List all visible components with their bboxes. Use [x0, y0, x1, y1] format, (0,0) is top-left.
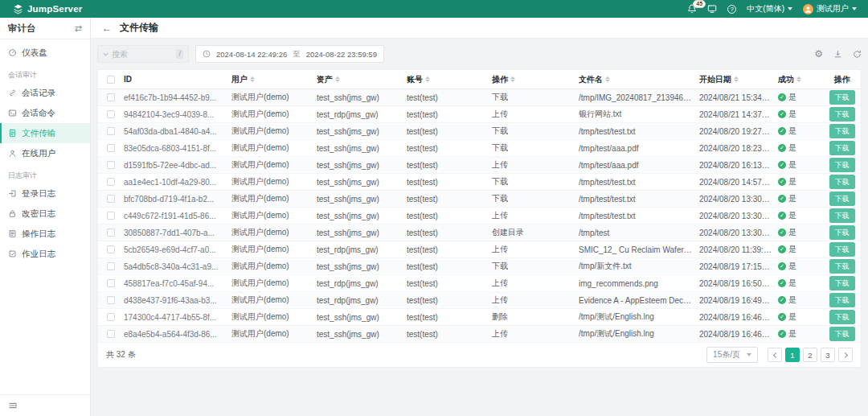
sidebar-item-dashboard[interactable]: 仪表盘	[0, 43, 90, 63]
cell-id: 83e05dca-6803-4151-8f...	[124, 144, 231, 153]
row-checkbox[interactable]	[107, 330, 115, 338]
cell-success: ✓是	[778, 92, 823, 103]
session-command-icon	[8, 109, 17, 117]
cell-user: 测试用户(demo)	[231, 159, 317, 171]
search-input[interactable]	[112, 50, 173, 59]
switch-view-icon[interactable]: ⇄	[75, 23, 82, 34]
sort-icon[interactable]	[335, 76, 340, 83]
web-terminal-icon[interactable]	[707, 4, 717, 14]
row-checkbox[interactable]	[107, 262, 115, 270]
row-checkbox[interactable]	[107, 110, 115, 118]
back-button[interactable]: ←	[102, 23, 112, 34]
row-checkbox[interactable]	[107, 229, 115, 237]
sort-icon[interactable]	[796, 76, 801, 83]
sort-icon[interactable]	[425, 76, 430, 83]
sidebar-item-online-user[interactable]: 在线用户	[0, 143, 90, 163]
download-button[interactable]: 下载	[829, 175, 855, 189]
language-selector[interactable]: 中文(简体)	[747, 3, 792, 14]
table-row: 94842104-3ec9-4039-8...测试用户(demo)test_rd…	[98, 106, 861, 123]
prev-page-button[interactable]	[768, 348, 782, 362]
download-button[interactable]: 下载	[829, 124, 855, 138]
export-download-icon[interactable]	[833, 50, 842, 59]
download-button[interactable]: 下载	[829, 242, 855, 257]
row-checkbox[interactable]	[107, 296, 115, 304]
cell-id: 5cb26549-e69d-4cf7-a0...	[124, 245, 231, 254]
sidebar-item-job-log[interactable]: 作业日志	[0, 244, 90, 264]
user-menu[interactable]: 测试用户	[803, 3, 857, 14]
collapse-sidebar-icon[interactable]	[8, 401, 18, 410]
clock-icon	[203, 50, 211, 58]
download-button[interactable]: 下载	[829, 293, 855, 307]
sidebar-item-password-log[interactable]: 改密日志	[0, 204, 90, 224]
cell-id: d438e437-91f6-43aa-b3...	[124, 296, 231, 305]
column-header[interactable]: 开始日期	[699, 74, 778, 85]
sidebar-item-login-log[interactable]: 登录日志	[0, 183, 90, 204]
notification-bell-icon[interactable]: 45	[687, 4, 697, 14]
cell-user: 测试用户(demo)	[231, 261, 317, 272]
cell-asset: test_ssh(jms_gw)	[317, 330, 407, 339]
success-label: 是	[788, 244, 796, 255]
row-checkbox[interactable]	[107, 313, 115, 321]
row-checkbox[interactable]	[107, 245, 115, 253]
select-all-checkbox[interactable]	[107, 76, 115, 84]
date-start-value[interactable]: 2024-08-14 22:49:26	[216, 50, 287, 59]
download-button[interactable]: 下载	[829, 158, 855, 172]
download-button[interactable]: 下载	[829, 310, 855, 324]
column-header[interactable]: 文件名	[579, 74, 699, 85]
sidebar-item-operation-log[interactable]: 操作日志	[0, 224, 90, 244]
column-header[interactable]: 操作	[492, 74, 579, 85]
column-header-label: 操作	[492, 74, 508, 85]
table-settings-gear-icon[interactable]: ⚙	[814, 48, 823, 60]
download-button[interactable]: 下载	[829, 192, 855, 206]
sort-icon[interactable]	[605, 76, 610, 83]
success-check-icon: ✓	[778, 245, 786, 253]
download-button[interactable]: 下载	[829, 141, 855, 155]
column-header[interactable]: 账号	[407, 74, 492, 85]
cell-filename: SMIC_12_ Cu Reclaim Wafer SMIC_1...	[579, 245, 699, 254]
help-icon[interactable]: ?	[727, 5, 736, 14]
cell-success: ✓是	[778, 244, 823, 255]
sort-icon[interactable]	[510, 76, 515, 83]
page-button[interactable]: 1	[785, 348, 800, 362]
search-box[interactable]: /	[97, 45, 189, 63]
sidebar-item-session-command[interactable]: 会话命令	[0, 103, 90, 123]
sidebar-item-session-record[interactable]: 会话记录	[0, 83, 90, 103]
sort-icon[interactable]	[734, 76, 739, 83]
row-checkbox[interactable]	[107, 161, 115, 169]
date-end-value[interactable]: 2024-08-22 23:59:59	[306, 50, 377, 59]
download-button[interactable]: 下载	[829, 208, 855, 223]
refresh-icon[interactable]	[853, 50, 862, 59]
sidebar-item-file-transfer[interactable]: 文件传输	[0, 123, 90, 143]
page-size-select[interactable]: 15条/页	[706, 347, 758, 363]
download-button[interactable]: 下载	[829, 259, 855, 274]
column-header[interactable]: 成功	[778, 74, 823, 85]
date-range-picker[interactable]: 2024-08-14 22:49:26 至 2024-08-22 23:59:5…	[195, 45, 384, 63]
cell-start-date: 2024/08/20 14:57:23	[699, 178, 778, 187]
sidebar-item-label: 会话命令	[22, 108, 55, 119]
chevron-left-icon	[772, 352, 778, 357]
chevron-down-icon	[103, 52, 108, 56]
brand-logo[interactable]: JumpServer	[13, 4, 82, 14]
download-button[interactable]: 下载	[829, 107, 855, 122]
next-page-button[interactable]	[838, 348, 853, 362]
download-button[interactable]: 下载	[829, 276, 855, 290]
row-checkbox[interactable]	[107, 127, 115, 135]
download-button[interactable]: 下载	[829, 225, 855, 240]
column-header[interactable]: 用户	[231, 74, 317, 85]
row-checkbox[interactable]	[107, 279, 115, 287]
column-header[interactable]: 资产	[317, 74, 407, 85]
page-button[interactable]: 3	[821, 348, 835, 362]
row-checkbox[interactable]	[107, 93, 115, 101]
cell-success: ✓是	[778, 109, 823, 120]
row-checkbox[interactable]	[107, 144, 115, 152]
row-checkbox[interactable]	[107, 178, 115, 186]
cell-start-date: 2024/08/19 16:49:49	[699, 296, 778, 305]
download-button[interactable]: 下载	[829, 327, 855, 341]
row-checkbox[interactable]	[107, 195, 115, 203]
cell-account: test(test)	[407, 313, 492, 322]
sort-icon[interactable]	[250, 76, 255, 83]
download-button[interactable]: 下载	[829, 90, 855, 105]
success-check-icon: ✓	[778, 212, 786, 220]
page-button[interactable]: 2	[803, 348, 817, 362]
row-checkbox[interactable]	[107, 212, 115, 220]
